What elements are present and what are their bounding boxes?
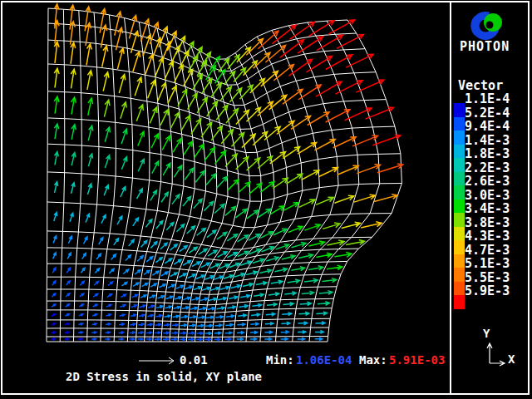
legend-value: 5.9E-3 [465, 285, 510, 298]
legend-swatch [454, 254, 465, 268]
legend-value: 2.2E-3 [465, 162, 510, 175]
legend-value: 1.8E-3 [465, 148, 510, 160]
legend-value: 2.6E-3 [465, 175, 510, 188]
mesh-grid [47, 8, 401, 342]
legend-swatch [454, 282, 465, 296]
legend-title: Vector [458, 80, 503, 92]
legend-value: 3.0E-3 [465, 190, 510, 202]
plot-title: 2D Stress in solid, XY plane [66, 371, 262, 382]
scale-value: 0.01 [180, 354, 208, 366]
legend-swatch [454, 103, 465, 117]
axis-y-label: Y [483, 328, 490, 339]
legend-value: 1.4E-3 [465, 135, 510, 147]
brand-name: PHOTON [460, 41, 510, 53]
scale-arrow [139, 357, 174, 364]
legend-divider [450, 1, 451, 395]
axis-x-label: X [508, 353, 515, 365]
legend-swatch [454, 145, 465, 159]
legend-value: 3.4E-3 [465, 203, 510, 215]
legend-swatch [454, 131, 465, 145]
legend-swatch [454, 172, 465, 186]
legend-value: 5.5E-3 [465, 272, 510, 284]
axis-triad-icon [487, 343, 505, 366]
legend-value: 5.1E-3 [465, 258, 510, 270]
legend-swatch [454, 268, 465, 282]
max-value: 5.91E-03 [389, 354, 445, 366]
min-label: Min: [266, 354, 294, 366]
legend-swatch [454, 227, 465, 241]
min-value: 1.06E-04 [296, 354, 352, 366]
legend-value: 1.1E-4 [465, 93, 510, 106]
legend-value: 5.2E-4 [465, 107, 510, 120]
vector-plot-canvas [0, 0, 532, 399]
legend-swatch [454, 240, 465, 254]
photon-logo-icon [466, 7, 507, 43]
legend-value: 3.8E-3 [465, 217, 510, 229]
legend-value: 9.4E-4 [465, 121, 510, 133]
vector-arrow-level-8 [104, 42, 364, 245]
max-label: Max: [359, 354, 387, 366]
legend-swatch [454, 295, 465, 309]
legend-value: 4.3E-3 [465, 230, 510, 243]
legend-swatch [454, 213, 465, 227]
photon-app-window: PHOTON Vector 1.1E-45.2E-49.4E-41.4E-31.… [0, 0, 532, 399]
legend-swatch [454, 158, 465, 172]
legend-swatch [454, 200, 465, 214]
legend-swatch [454, 185, 465, 200]
vector-arrow-level-13 [258, 31, 402, 173]
legend-value: 4.7E-3 [465, 244, 510, 257]
legend-swatch [454, 117, 465, 131]
